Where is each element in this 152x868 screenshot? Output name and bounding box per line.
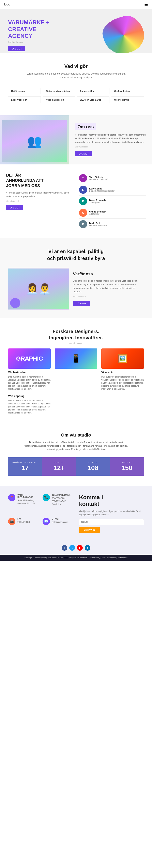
twitter-icon[interactable]: t: [69, 545, 75, 551]
story-card-1: GRAPHIC Vår berättelse Duis aute irure d…: [8, 348, 51, 391]
team-members-list: T Torri Stojuski Grundare, chefschef K K…: [79, 173, 146, 230]
services-grid: UI/UX design Digital marknadsföring Appu…: [8, 86, 144, 105]
service-item-webhost: Webhost Plus: [111, 96, 144, 103]
member-role-4: Art Director: [89, 213, 106, 215]
stat-box-3: KUNDER 108: [76, 457, 110, 476]
contact-name-input[interactable]: [79, 519, 144, 525]
why-us-content: Varför oss Duis aute irure dolor in repr…: [69, 268, 144, 310]
story-card-text-1: Duis aute irure dolor in reprehenderit i…: [8, 375, 51, 391]
service-label: SEO och varumärke: [80, 99, 106, 101]
kapabel-section: Vi är en kapabel, pålitlig och prisvärd …: [0, 238, 152, 268]
story-card-2: 📱: [55, 348, 97, 391]
member-info-1: Torri Stojuski Grundare, chefschef: [89, 176, 108, 181]
member-avatar-5: D: [79, 220, 87, 228]
team-left-title: DET ÄR ANNORLUNDA ATT JOBBA MED OSS: [6, 173, 73, 188]
facebook-icon[interactable]: f: [61, 545, 67, 551]
designers-credit: Bild från Freepik: [8, 342, 144, 344]
mission-text: Duis aute irure dolor in reprehenderit i…: [8, 399, 51, 414]
hero-section: VARUMÄRKE + CREATIVE AGENCY Bild från Fr…: [0, 9, 152, 53]
team-member-3: D Diann Reynolds Strategichef: [79, 195, 146, 207]
footer: Copyright © 2023 Smashing Hub. Free For …: [0, 555, 152, 561]
about-image: 👥: [0, 115, 69, 164]
youtube-icon[interactable]: ▶: [77, 545, 83, 551]
team-member-2: K Kelly Gouda Brand & Messaging Director: [79, 184, 146, 195]
service-label: Webhost Plus: [114, 99, 141, 101]
about-credit: Bild från Freepik: [75, 146, 146, 148]
stat-value-2: 12+: [46, 464, 72, 472]
stat-value-3: 108: [80, 464, 106, 472]
nav-menu-icon[interactable]: ☰: [144, 2, 148, 7]
stat-value-4: 150: [114, 464, 140, 472]
team-section: DET ÄR ANNORLUNDA ATT JOBBA MED OSS Vi ä…: [0, 164, 152, 238]
service-item-seo: SEO och varumärke: [77, 96, 109, 103]
mission-title: Vårt uppdrag: [8, 395, 51, 398]
contact-fax-item: 📠 FAX 234-567-8901: [8, 518, 39, 533]
story-img-3: 🖼️: [101, 348, 144, 369]
mission-card: Vårt uppdrag Duis aute irure dolor in re…: [8, 395, 51, 414]
service-label: Digital marknadsföring: [46, 90, 72, 92]
hero-image-area: [99, 17, 144, 53]
service-label: UI/UX design: [11, 90, 38, 92]
linkedin-icon[interactable]: in: [85, 545, 91, 551]
member-avatar-1: T: [79, 174, 87, 182]
kapabel-title: Vi är en kapabel, pålitlig och prisvärd …: [8, 248, 144, 261]
member-role-2: Brand & Messaging Director: [89, 190, 115, 192]
studio-desc: Detta tillvägagångssätt ger dig möjlighe…: [23, 440, 129, 451]
member-role-3: Strategichef: [89, 202, 106, 204]
team-member-5: D David Bell Ledande utvecklare: [79, 219, 146, 230]
service-item-digital: Digital marknadsföring: [43, 88, 75, 94]
member-name-5: David Bell: [89, 222, 107, 224]
team-member-4: C Chung Schluter Art Director: [79, 207, 146, 219]
story-card-text-3: Duis aute irure dolor in reprehenderit i…: [101, 375, 144, 391]
phone-label: TELEFONNUMMER: [52, 494, 71, 496]
contact-phone-item: 📞 TELEFONNUMMER 234-8676-9001 888-2112-4…: [43, 494, 73, 514]
team-read-more-button[interactable]: LÄS MER: [6, 205, 23, 210]
what-we-do-desc: Lorem ipsum dolor sit amet, consectetur …: [25, 72, 127, 80]
stat-label-1: UTMÄRKELSER VUNNET: [12, 461, 38, 463]
contact-email-item: ✉️ E-POST hello@diema.com: [43, 518, 73, 533]
hero-cta-button[interactable]: LÄS MER: [8, 46, 25, 51]
about-text: Vi är en liten kreativ designstudio base…: [75, 133, 146, 144]
about-read-more-button[interactable]: LÄS MER: [75, 151, 92, 156]
service-item-graphic: Grafisk design: [111, 88, 144, 94]
contact-section: 📍 VÅRT HUVUDKONTOR Suite 94 Broadway New…: [0, 486, 152, 541]
member-avatar-3: D: [79, 197, 87, 205]
about-title: Om oss: [75, 123, 96, 130]
contact-submit-button[interactable]: SKRIVA IN: [79, 527, 100, 533]
member-name-2: Kelly Gouda: [89, 187, 115, 190]
story-grid: GRAPHIC Vår berättelse Duis aute irure d…: [8, 348, 144, 391]
why-us-text: Duis aute irure dolor in reprehenderit i…: [73, 279, 140, 293]
stat-box-2: KUNDER 12+: [42, 457, 76, 476]
what-we-do-section: Vad vi gör Lorem ipsum dolor sit amet, c…: [0, 53, 152, 115]
service-item-logo: Logotypdesign: [8, 96, 41, 103]
why-us-section: 👩‍💼👨‍💼 Varför oss Duis aute irure dolor …: [0, 268, 152, 318]
why-us-button[interactable]: LÄS MER: [73, 301, 90, 306]
phone-value: 234-8676-9001 888-2112-4567 (avgiftsfri): [52, 497, 71, 506]
member-avatar-4: C: [79, 209, 87, 217]
hero-text: VARUMÄRKE + CREATIVE AGENCY Bild från Fr…: [8, 17, 99, 51]
studio-section: Om vår studio Detta tillvägagångssätt ge…: [0, 423, 152, 486]
stat-label-3: KUNDER: [80, 461, 106, 463]
team-left: DET ÄR ANNORLUNDA ATT JOBBA MED OSS Vi ä…: [6, 173, 73, 230]
stat-box-4: PROJEKT 150: [110, 457, 144, 476]
contact-form-title: Komma ikontakt: [79, 494, 144, 507]
email-value: hello@diema.com: [52, 521, 68, 524]
stats-grid: UTMÄRKELSER VUNNET 17 KUNDER 12+ KUNDER …: [8, 457, 144, 476]
stat-label-2: KUNDER: [46, 461, 72, 463]
stat-label-4: PROJEKT: [114, 461, 140, 463]
member-info-3: Diann Reynolds Strategichef: [89, 199, 106, 204]
studio-title: Om vår studio: [8, 433, 144, 438]
address-value: Suite 94 Broadway New York, NY 7101: [18, 499, 39, 505]
email-label: E-POST: [52, 518, 68, 520]
navbar: logo ☰: [0, 0, 152, 9]
contact-address-item: 📍 VÅRT HUVUDKONTOR Suite 94 Broadway New…: [8, 494, 39, 514]
service-label: Logotypdesign: [11, 99, 38, 101]
fax-icon: 📠: [8, 518, 16, 525]
member-info-4: Chung Schluter Art Director: [89, 211, 106, 215]
contact-form: Komma ikontakt Vi erbjuder utmärkta möjl…: [73, 494, 144, 533]
mission-row: Vårt uppdrag Duis aute irure dolor in re…: [8, 395, 144, 418]
story-img-2: 📱: [55, 348, 97, 369]
why-us-image: 👩‍💼👨‍💼: [8, 268, 69, 310]
service-label: Grafisk design: [114, 90, 141, 92]
address-label: VÅRT HUVUDKONTOR: [18, 494, 39, 498]
